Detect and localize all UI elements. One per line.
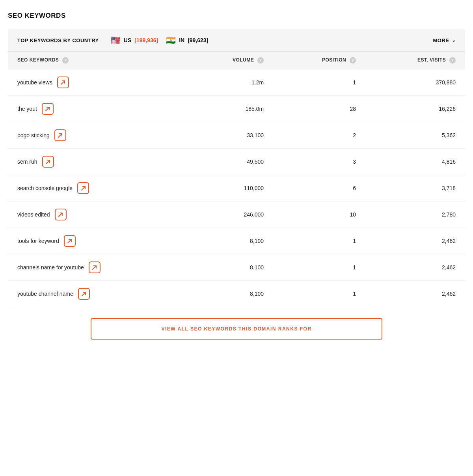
keyword-cell-4: search console google — [8, 175, 186, 202]
more-label: MORE — [433, 37, 449, 43]
keyword-text-0: youtube views — [17, 79, 52, 86]
position-help-icon[interactable]: ? — [350, 57, 356, 63]
keyword-text-4: search console google — [17, 185, 73, 191]
us-country-item[interactable]: 🇺🇸 US [199,936] — [111, 36, 158, 44]
keyword-text-1: the yout — [17, 106, 37, 112]
more-button[interactable]: MORE ⌄ — [433, 37, 456, 43]
est-visits-cell-4: 3,718 — [365, 175, 465, 202]
volume-cell-6: 8,100 — [186, 228, 273, 254]
table-row: youtube views 1.2m 1 370,880 — [8, 69, 465, 96]
volume-cell-0: 1.2m — [186, 69, 273, 96]
in-country-item[interactable]: 🇮🇳 IN [99,623] — [166, 36, 208, 44]
col-header-est-visits: EST. VISITS ? — [365, 52, 465, 69]
keyword-cell-3: sem ruh — [8, 149, 186, 175]
table-row: the yout 185.0m 28 16,226 — [8, 96, 465, 122]
keyword-text-5: videos edited — [17, 211, 50, 218]
volume-cell-4: 110,000 — [186, 175, 273, 202]
keyword-link-button-4[interactable] — [77, 182, 89, 194]
volume-help-icon[interactable]: ? — [257, 57, 264, 63]
position-cell-6: 1 — [273, 228, 365, 254]
chevron-down-icon: ⌄ — [452, 37, 456, 43]
keyword-cell-2: pogo sticking — [8, 122, 186, 149]
keyword-text-2: pogo sticking — [17, 132, 50, 138]
keyword-cell-6: tools for keyword — [8, 228, 186, 254]
est-visits-cell-1: 16,226 — [365, 96, 465, 122]
keyword-link-button-8[interactable] — [78, 288, 90, 300]
est-visits-help-icon[interactable]: ? — [449, 57, 456, 63]
est-visits-cell-6: 2,462 — [365, 228, 465, 254]
est-visits-cell-2: 5,362 — [365, 122, 465, 149]
est-visits-cell-7: 2,462 — [365, 254, 465, 281]
keywords-table: SEO KEYWORDS ? VOLUME ? POSITION ? EST. … — [8, 52, 465, 307]
col-header-volume: VOLUME ? — [186, 52, 273, 69]
table-row: videos edited 246,000 10 2,780 — [8, 202, 465, 228]
keyword-link-button-0[interactable] — [57, 77, 69, 88]
keyword-cell-0: youtube views — [8, 69, 186, 96]
keyword-help-icon[interactable]: ? — [62, 57, 69, 63]
table-row: pogo sticking 33,100 2 5,362 — [8, 122, 465, 149]
est-visits-cell-5: 2,780 — [365, 202, 465, 228]
position-cell-5: 10 — [273, 202, 365, 228]
in-flag: 🇮🇳 — [166, 36, 176, 44]
position-cell-0: 1 — [273, 69, 365, 96]
in-code: IN — [179, 37, 184, 43]
keyword-link-button-6[interactable] — [64, 235, 76, 247]
position-cell-3: 3 — [273, 149, 365, 175]
volume-cell-3: 49,500 — [186, 149, 273, 175]
table-row: tools for keyword 8,100 1 2,462 — [8, 228, 465, 254]
seo-keywords-container: TOP KEYWORDS BY COUNTRY 🇺🇸 US [199,936] … — [8, 29, 465, 307]
table-row: youtube channel name 8,100 1 2,462 — [8, 281, 465, 307]
table-header-row: SEO KEYWORDS ? VOLUME ? POSITION ? EST. … — [8, 52, 465, 69]
table-row: channels name for youtube 8,100 1 2,462 — [8, 254, 465, 281]
keyword-link-button-7[interactable] — [89, 261, 101, 273]
est-visits-cell-8: 2,462 — [365, 281, 465, 307]
keyword-text-3: sem ruh — [17, 159, 37, 165]
keyword-cell-8: youtube channel name — [8, 281, 186, 307]
volume-cell-1: 185.0m — [186, 96, 273, 122]
col-header-position: POSITION ? — [273, 52, 365, 69]
country-header: TOP KEYWORDS BY COUNTRY 🇺🇸 US [199,936] … — [8, 29, 465, 52]
keyword-cell-5: videos edited — [8, 202, 186, 228]
keyword-link-button-1[interactable] — [42, 103, 54, 115]
keyword-link-button-3[interactable] — [42, 156, 54, 168]
est-visits-cell-3: 4,816 — [365, 149, 465, 175]
table-row: search console google 110,000 6 3,718 — [8, 175, 465, 202]
keyword-link-button-2[interactable] — [54, 129, 66, 141]
est-visits-cell-0: 370,880 — [365, 69, 465, 96]
volume-cell-7: 8,100 — [186, 254, 273, 281]
col-header-keyword: SEO KEYWORDS ? — [8, 52, 186, 69]
position-cell-2: 2 — [273, 122, 365, 149]
keyword-cell-7: channels name for youtube — [8, 254, 186, 281]
us-flag: 🇺🇸 — [111, 36, 121, 44]
keyword-cell-1: the yout — [8, 96, 186, 122]
position-cell-8: 1 — [273, 281, 365, 307]
table-row: sem ruh 49,500 3 4,816 — [8, 149, 465, 175]
volume-cell-5: 246,000 — [186, 202, 273, 228]
in-count: [99,623] — [188, 37, 208, 43]
keyword-link-button-5[interactable] — [55, 209, 67, 220]
view-all-button[interactable]: VIEW ALL SEO KEYWORDS THIS DOMAIN RANKS … — [91, 318, 382, 340]
position-cell-7: 1 — [273, 254, 365, 281]
keyword-text-6: tools for keyword — [17, 238, 59, 244]
keyword-text-8: youtube channel name — [17, 291, 73, 297]
position-cell-1: 28 — [273, 96, 365, 122]
keyword-text-7: channels name for youtube — [17, 264, 84, 271]
us-count: [199,936] — [134, 37, 158, 43]
volume-cell-8: 8,100 — [186, 281, 273, 307]
position-cell-4: 6 — [273, 175, 365, 202]
page-title: SEO KEYWORDS — [8, 12, 465, 20]
us-code: US — [124, 37, 131, 43]
keywords-table-wrapper: SEO KEYWORDS ? VOLUME ? POSITION ? EST. … — [8, 52, 465, 307]
country-header-title: TOP KEYWORDS BY COUNTRY — [17, 37, 99, 43]
volume-cell-2: 33,100 — [186, 122, 273, 149]
